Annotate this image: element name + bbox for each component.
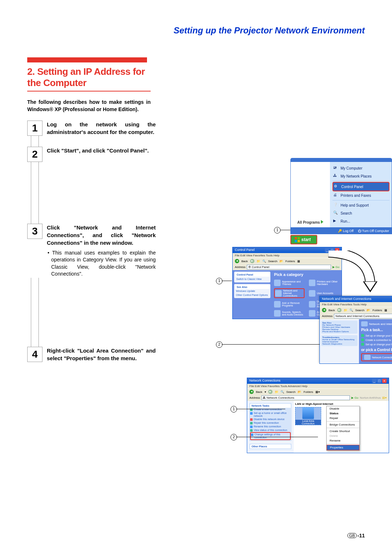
appearance-icon <box>274 280 281 286</box>
user-icon <box>309 290 315 297</box>
turn-off-button[interactable]: ⏻ Turn Off Computer <box>358 229 389 233</box>
task-item[interactable]: Set up or change your Internet connectio… <box>361 333 392 338</box>
task-disable[interactable]: Disable this network device <box>250 418 291 421</box>
step-number: 4 <box>27 347 42 362</box>
up-icon[interactable]: 📁 <box>257 260 260 263</box>
page-number: GB-11 <box>347 533 365 538</box>
task-change-settings[interactable]: Change settings of this connection <box>250 432 291 440</box>
task-rename[interactable]: Rename this connection <box>250 425 291 428</box>
menu-control-panel[interactable]: ⚙Control Panel <box>332 182 389 191</box>
forward-icon[interactable]: ► <box>337 308 342 312</box>
side-link[interactable]: Other Control Panel Options <box>235 293 269 297</box>
section-title: 2. Setting an IP Address for the Compute… <box>27 66 151 92</box>
menu-printers[interactable]: 🖨Printers and Faxes <box>332 191 389 199</box>
menubar[interactable]: File Edit View Favorites Tools Help <box>233 253 342 258</box>
callout-2: 2 <box>216 341 222 348</box>
pick-category: Pick a category <box>274 272 339 277</box>
lan-connection[interactable]: Local Area Connection <box>295 407 321 425</box>
forward-icon[interactable]: ► <box>250 259 254 263</box>
side-link[interactable]: Phone and Modem Options <box>322 330 356 333</box>
toolbar: ◄Back ► 📁 🔍Search 📂Folders ▦ <box>233 258 342 264</box>
programs-icon <box>274 301 281 308</box>
network-icon <box>361 321 368 326</box>
window-title: Control Panel <box>235 248 255 252</box>
callout-1: 1 <box>230 406 237 412</box>
back-icon[interactable]: ◄ <box>235 259 239 263</box>
toolbar: ◄Back ► 📁 🔍Search 📂Folders ▦ <box>320 307 392 313</box>
search-icon: 🔍 <box>333 211 338 216</box>
cat-appearance[interactable]: Appearance and Themes <box>274 280 305 286</box>
minimize-icon[interactable]: _ <box>372 379 376 383</box>
minimize-icon[interactable]: _ <box>325 248 329 252</box>
ctx-disable[interactable]: Disable <box>327 406 359 411</box>
pick-task: Pick a task... <box>361 328 392 332</box>
step-number: 1 <box>27 121 42 136</box>
back-icon[interactable]: ◄ <box>249 390 254 394</box>
search-icon[interactable]: 🔍 <box>281 390 284 394</box>
sound-icon <box>274 310 281 317</box>
menu-help[interactable]: ❔Help and Support <box>332 201 389 209</box>
side-link[interactable]: Windows Update <box>235 289 269 293</box>
cat-addremove[interactable]: Add or Remove Programs <box>274 300 305 308</box>
views-icon[interactable]: ▦ <box>297 260 300 263</box>
task-status[interactable]: View status of this connection <box>250 428 291 432</box>
svg-rect-1 <box>298 237 300 239</box>
task-setup[interactable]: Set up a home or small office network <box>250 411 291 418</box>
group-title: LAN or High-Speed Internet <box>295 402 387 406</box>
ctx-bridge[interactable]: Bridge Connections <box>327 422 359 427</box>
task-item[interactable]: Set up or change your home or small offi… <box>361 342 392 346</box>
views-icon[interactable]: ▦▾ <box>315 390 320 394</box>
network-tasks-title: Network Tasks <box>250 404 291 408</box>
ctx-status[interactable]: Status <box>327 411 359 416</box>
forward-icon[interactable]: ► <box>268 390 273 394</box>
menu-search[interactable]: 🔍Search <box>332 209 389 217</box>
folders-icon[interactable]: 📂 <box>367 309 370 312</box>
task-repair[interactable]: Repair this connection <box>250 421 291 425</box>
ctx-properties[interactable]: Properties <box>327 445 359 450</box>
close-icon[interactable]: × <box>382 379 387 383</box>
lan-icon <box>302 407 314 419</box>
log-off-button[interactable]: 🔑 Log Off <box>338 229 354 233</box>
switch-view[interactable]: Switch to Classic View <box>235 277 269 281</box>
search-icon[interactable]: 🔍 <box>262 260 266 263</box>
go-button[interactable]: ▶ Go <box>332 265 339 269</box>
maximize-icon[interactable]: □ <box>377 379 381 383</box>
step-number: 2 <box>27 147 42 162</box>
screenshot-start-menu: All Programs 🖳My Computer 🖧My Network Pl… <box>276 158 392 244</box>
go-button[interactable]: ▶ Go <box>351 396 358 399</box>
folders-icon[interactable]: 📂 <box>298 390 301 394</box>
menubar[interactable]: File Edit View Favorites Tools Advanced … <box>247 384 389 389</box>
back-icon[interactable]: ◄ <box>322 308 326 312</box>
ctx-rename[interactable]: Rename <box>327 438 359 443</box>
menu-run[interactable]: ▶Run... <box>332 217 389 225</box>
views-icon[interactable]: ▦ <box>384 309 387 312</box>
cat-sound[interactable]: Sounds, Speech, and Audio Devices <box>274 310 305 317</box>
search-icon[interactable]: 🔍 <box>350 309 353 312</box>
cat-network[interactable]: Network and Internet Connections <box>274 288 305 298</box>
up-icon[interactable]: 📁 <box>344 309 347 312</box>
svg-rect-0 <box>295 237 297 239</box>
svg-rect-2 <box>295 240 297 242</box>
menubar[interactable]: File Edit View Favorites Tools Help <box>320 302 392 307</box>
ctx-repair[interactable]: Repair <box>327 416 359 420</box>
all-programs: All Programs <box>292 219 328 226</box>
up-icon[interactable]: 📁 <box>275 390 278 394</box>
maximize-icon[interactable]: □ <box>330 248 334 252</box>
side-link[interactable]: Network Diagnostics <box>322 343 356 345</box>
printer-icon: 🖨 <box>333 193 338 198</box>
step-title: Log on the network using the administrat… <box>47 121 156 136</box>
start-button[interactable]: start <box>290 235 317 244</box>
windows-logo-icon <box>295 237 300 242</box>
task-item[interactable]: Create a connection to the network at yo… <box>361 338 392 342</box>
step-title: Click "Start", and click "Control Panel"… <box>47 147 156 154</box>
network-connections-icon[interactable]: Network Connections <box>361 353 392 361</box>
close-icon[interactable]: × <box>335 248 339 252</box>
page-header: Setting up the Projector Network Environ… <box>27 25 365 36</box>
ctx-shortcut[interactable]: Create Shortcut <box>327 429 359 434</box>
folders-icon[interactable]: 📂 <box>279 260 283 263</box>
menu-my-computer[interactable]: 🖳My Computer <box>332 164 389 172</box>
task-create[interactable]: Create a new connection <box>250 408 291 411</box>
window-title: Network Connections <box>249 379 281 383</box>
menu-my-network[interactable]: 🖧My Network Places <box>332 172 389 180</box>
cat-printers[interactable]: Printers and Other Hardware <box>309 280 339 286</box>
